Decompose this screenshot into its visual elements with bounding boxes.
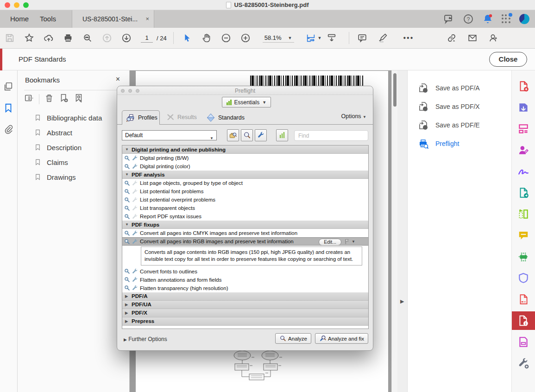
tab-home[interactable]: Home xyxy=(4,10,35,28)
panel-action-preflight[interactable]: Preflight xyxy=(418,138,459,149)
profile-row[interactable]: List potential font problems xyxy=(122,187,368,196)
redact-tool[interactable] xyxy=(512,290,535,309)
bookmark-item[interactable]: Abstract xyxy=(18,125,129,140)
more-tools-menu-icon[interactable]: ••• xyxy=(403,34,414,42)
options-menu[interactable]: Options ▼ xyxy=(341,113,367,120)
tab-document[interactable]: US-8285001-Stei... × xyxy=(72,10,154,28)
essentials-bars-button[interactable] xyxy=(276,129,288,141)
fit-width-icon[interactable] xyxy=(305,32,316,44)
tab-results[interactable]: Results xyxy=(165,113,197,121)
comment-tool[interactable] xyxy=(512,226,535,245)
scan-ocr-tool[interactable] xyxy=(512,247,535,266)
hand-tool-icon[interactable] xyxy=(201,32,212,44)
profile-row[interactable]: Digital printing (B/W) xyxy=(122,154,368,162)
search-icon[interactable] xyxy=(82,32,93,44)
protect-tool[interactable] xyxy=(512,269,535,287)
send-for-review-tool[interactable] xyxy=(512,183,535,202)
panel-action-save-as-pdf-a[interactable]: ASave as PDF/A xyxy=(418,82,480,94)
combine-files-tool[interactable] xyxy=(512,120,535,138)
pdf-standards-tool[interactable]: i xyxy=(512,311,535,330)
fill-sign-tool[interactable] xyxy=(512,162,535,181)
analyze-profiles-icon-button[interactable] xyxy=(241,129,253,141)
create-pdf-tool[interactable] xyxy=(512,77,535,95)
profile-row[interactable]: Digital printing (color) xyxy=(122,162,368,171)
document-scrollbar[interactable] xyxy=(391,70,397,392)
help-icon[interactable]: ? xyxy=(463,13,474,25)
zoom-out-icon[interactable] xyxy=(220,32,232,44)
favorite-flag-menu[interactable]: ▼ xyxy=(344,239,355,245)
comment-tool-icon[interactable] xyxy=(357,32,368,44)
collapse-group-icon[interactable]: ▼ xyxy=(125,147,129,152)
collapse-group-icon[interactable]: ▼ xyxy=(125,222,129,227)
zoom-level-select[interactable]: 58.1%▼ xyxy=(263,33,294,43)
profile-group-header[interactable]: ▶Prepress xyxy=(122,317,368,326)
tab-standards[interactable]: Standards xyxy=(206,113,245,122)
bookmark-item[interactable]: Drawings xyxy=(18,170,129,184)
next-page-icon[interactable] xyxy=(121,32,132,44)
delete-bookmark-icon[interactable] xyxy=(44,93,54,105)
expand-group-icon[interactable]: ▶ xyxy=(125,311,129,315)
close-bookmarks-icon[interactable]: × xyxy=(116,75,120,83)
share-with-others-icon[interactable] xyxy=(488,32,499,44)
profile-library-select[interactable]: Default ▼ xyxy=(122,130,217,140)
collapse-group-icon[interactable]: ▼ xyxy=(125,172,129,177)
profile-row[interactable]: Convert all pages into CMYK images and p… xyxy=(122,229,368,237)
find-current-bookmark-icon[interactable] xyxy=(74,93,84,105)
profile-group-header[interactable]: ▶PDF/UA xyxy=(122,301,368,309)
app-launcher-icon[interactable] xyxy=(502,14,511,24)
dialog-titlebar[interactable]: Preflight xyxy=(117,86,373,95)
find-input[interactable] xyxy=(294,130,368,141)
print-icon[interactable] xyxy=(63,32,74,44)
profile-row[interactable]: List page objects, grouped by type of ob… xyxy=(122,179,368,187)
profile-row[interactable]: Flatten transparency (high resolution) xyxy=(122,284,368,292)
zoom-in-icon[interactable] xyxy=(240,32,251,44)
select-tool-icon[interactable] xyxy=(182,32,193,44)
share-cloud-icon[interactable] xyxy=(43,32,54,44)
fit-width-caret[interactable]: ▼ xyxy=(318,36,322,40)
email-icon[interactable] xyxy=(467,32,478,44)
analyze-button[interactable]: Analyze xyxy=(275,333,311,344)
bookmark-item[interactable]: Bibliographic data xyxy=(18,110,129,125)
profile-group-header[interactable]: ▶PDF/A xyxy=(122,292,368,301)
more-tools-tool[interactable] xyxy=(512,354,535,373)
analyze-and-fix-button[interactable]: Analyze and fix xyxy=(315,333,368,344)
request-signatures-tool[interactable] xyxy=(512,141,535,159)
tab-tools[interactable]: Tools xyxy=(33,10,63,28)
panel-action-save-as-pdf-x[interactable]: XSave as PDF/X xyxy=(418,101,480,112)
profile-group-header[interactable]: ▶PDF/X xyxy=(122,309,368,317)
further-options-toggle[interactable]: ▶ Further Options xyxy=(124,336,167,342)
scrollbar-thumb[interactable] xyxy=(393,73,397,107)
highlight-tool-icon[interactable] xyxy=(378,32,389,44)
bookmark-options-icon[interactable] xyxy=(24,93,34,105)
profile-row[interactable]: Convert fonts to outlines xyxy=(122,267,368,276)
profile-row[interactable]: Report PDF syntax issues xyxy=(122,212,368,221)
profile-group-icon-button[interactable] xyxy=(227,129,239,141)
panel-action-save-as-pdf-e[interactable]: ESave as PDF/E xyxy=(418,120,480,131)
profile-row[interactable]: Convert all pages into RGB images and pr… xyxy=(122,237,368,246)
feedback-icon[interactable] xyxy=(443,13,454,25)
tab-profiles[interactable]: Profiles xyxy=(122,110,160,125)
fixups-wrench-icon-button[interactable] xyxy=(255,129,267,141)
profile-group-header[interactable]: ▼PDF fixups xyxy=(122,221,368,229)
edit-profile-button[interactable]: Edit... xyxy=(319,239,341,246)
attachments-icon[interactable] xyxy=(3,124,14,135)
bookmark-item[interactable]: Description xyxy=(18,140,129,155)
expand-group-icon[interactable]: ▶ xyxy=(125,303,129,307)
profile-group-header[interactable]: ▼PDF analysis xyxy=(122,171,368,179)
profile-row[interactable]: Flatten annotations and form fields xyxy=(122,276,368,284)
expand-panel-icon[interactable]: ▶ xyxy=(400,298,404,304)
export-pdf-tool[interactable] xyxy=(512,98,535,117)
profile-group-header[interactable]: ▼Digital printing and online publishing xyxy=(122,145,368,154)
compress-pdf-tool[interactable] xyxy=(512,333,535,351)
close-standards-button[interactable]: Close xyxy=(489,52,527,67)
page-thumbnails-icon[interactable] xyxy=(3,82,14,93)
organize-pages-tool[interactable] xyxy=(512,205,535,223)
star-icon[interactable] xyxy=(24,32,35,44)
panel-splitter[interactable]: ▶ xyxy=(397,70,408,392)
page-number-input[interactable] xyxy=(141,33,153,43)
expand-group-icon[interactable]: ▶ xyxy=(125,319,129,323)
bookmark-item[interactable]: Claims xyxy=(18,155,129,170)
account-avatar[interactable] xyxy=(519,14,529,24)
profile-row[interactable]: List potential overprint problems xyxy=(122,196,368,204)
close-tab-icon[interactable]: × xyxy=(145,10,149,28)
